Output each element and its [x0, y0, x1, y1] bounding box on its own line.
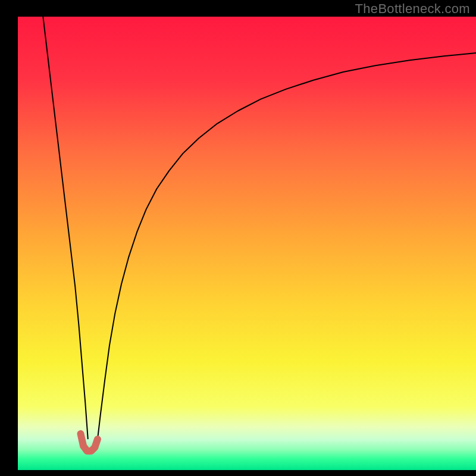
chart-svg	[0, 0, 476, 476]
watermark-text: TheBottleneck.com	[355, 1, 470, 17]
plot-background	[18, 17, 476, 470]
chart-stage: TheBottleneck.com	[0, 0, 476, 476]
